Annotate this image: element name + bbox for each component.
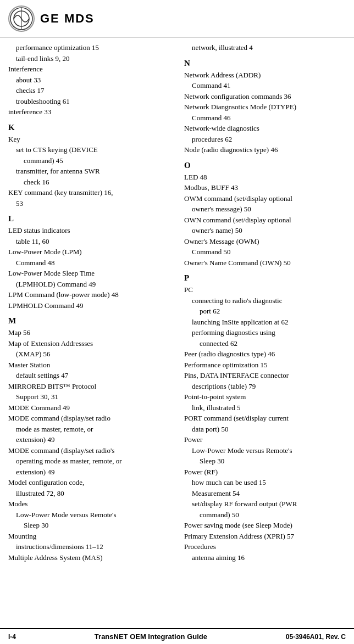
index-entry: Modbus, BUFF 43 xyxy=(184,182,346,193)
index-entry: Sleep 30 xyxy=(184,456,346,467)
index-entry: instructions/dimensions 11–12 xyxy=(8,541,168,552)
index-entry: Owner's Message (OWM) xyxy=(184,236,346,247)
index-entry: interference 33 xyxy=(8,107,168,117)
index-entry: illustrated 72, 80 xyxy=(8,488,168,499)
index-entry: link, illustrated 5 xyxy=(184,402,346,413)
index-entry: KEY command (key transmitter) 16, xyxy=(8,187,168,198)
index-entry: performing diagnostics using xyxy=(184,327,346,338)
index-entry: PORT command (set/display current xyxy=(184,413,346,424)
logo-text: GE MDS xyxy=(40,12,95,26)
index-entry: Measurement 54 xyxy=(184,488,346,499)
index-entry: owner's name) 50 xyxy=(184,225,346,236)
section-letter-p: P xyxy=(184,273,346,283)
index-entry: Power xyxy=(184,434,346,445)
main-content: performance optimization 15tail-end link… xyxy=(0,38,354,567)
index-entry: transmitter, for antenna SWR xyxy=(8,166,168,177)
section-letter-l: L xyxy=(8,214,168,223)
index-entry: Master Station xyxy=(8,360,168,371)
index-entry: Modes xyxy=(8,499,168,509)
index-entry: network, illustrated 4 xyxy=(184,42,346,53)
index-entry: Command 41 xyxy=(184,80,346,91)
index-entry: Power saving mode (see Sleep Mode) xyxy=(184,520,346,531)
section-letter-n: N xyxy=(184,59,346,68)
index-entry: check 16 xyxy=(8,177,168,188)
index-entry: Sleep 30 xyxy=(8,520,168,531)
index-entry: how much can be used 15 xyxy=(184,477,346,488)
index-entry: connecting to radio's diagnostic xyxy=(184,295,346,306)
index-entry: launching InSite application at 62 xyxy=(184,317,346,328)
footer-doc-number: 05-3946A01, Rev. C xyxy=(286,633,346,641)
index-entry: troubleshooting 61 xyxy=(8,96,168,107)
index-entry: Node (radio diagnostics type) 46 xyxy=(184,144,346,155)
index-entry: data port) 50 xyxy=(184,424,346,435)
index-entry: procedures 62 xyxy=(184,134,346,145)
index-entry: Key xyxy=(8,134,168,145)
index-entry: MODE command (display/set radio xyxy=(8,413,168,424)
index-entry: LED status indicators xyxy=(8,225,168,236)
index-entry: OWM command (set/display optional xyxy=(184,193,346,204)
index-entry: port 62 xyxy=(184,306,346,317)
index-entry: Command 46 xyxy=(184,113,346,124)
index-entry: Peer (radio diagnostics type) 46 xyxy=(184,349,346,360)
index-entry: extension) 49 xyxy=(8,467,168,478)
index-entry: (LPMHOLD) Command 49 xyxy=(8,279,168,290)
index-entry: Power (RF) xyxy=(184,467,346,478)
index-entry: Map of Extension Addressses xyxy=(8,338,168,349)
index-entry: Performance optimization 15 xyxy=(184,360,346,371)
footer-page-number: I-4 xyxy=(8,633,16,641)
index-entry: set to CTS keying (DEVICE xyxy=(8,144,168,155)
index-entry: operating mode as master, remote, or xyxy=(8,456,168,467)
index-entry: Low-Power Mode Sleep Time xyxy=(8,268,168,279)
index-entry: checks 17 xyxy=(8,85,168,96)
index-entry: PC xyxy=(184,284,346,295)
section-letter-o: O xyxy=(184,161,346,170)
index-entry: Network configuration commands 36 xyxy=(184,91,346,102)
index-entry: Pins, DATA INTERFACE connector xyxy=(184,370,346,381)
index-entry: OWN command (set/display optional xyxy=(184,215,346,226)
index-entry: Command 48 xyxy=(8,257,168,268)
index-entry: MODE command (display/set radio's xyxy=(8,445,168,456)
logo-circle xyxy=(8,5,35,32)
index-entry: Network Diangnsotics Mode (DTYPE) xyxy=(184,102,346,113)
index-entry: tail-end links 9, 20 xyxy=(8,53,168,64)
index-entry: connected 62 xyxy=(184,338,346,349)
footer-title: TransNET OEM Integration Guide xyxy=(95,632,207,641)
index-entry: Low-Power Mode versus Remote's xyxy=(184,445,346,456)
index-entry: Owner's Name Command (OWN) 50 xyxy=(184,257,346,268)
left-column: performance optimization 15tail-end link… xyxy=(0,42,176,563)
index-entry: Network-wide diagnostics xyxy=(184,123,346,134)
index-entry: Map 56 xyxy=(8,327,168,338)
index-entry: Procedures xyxy=(184,541,346,552)
index-entry: Network Address (ADDR) xyxy=(184,70,346,81)
index-entry: Point-to-point system xyxy=(184,391,346,402)
section-letter-m: M xyxy=(8,316,168,326)
index-entry: performance optimization 15 xyxy=(8,42,168,53)
index-entry: table 11, 60 xyxy=(8,236,168,247)
index-entry: Interference xyxy=(8,64,168,75)
index-entry: mode as master, remote, or xyxy=(8,424,168,435)
index-entry: MIRRORED BITS™ Protocol xyxy=(8,381,168,392)
index-entry: default settings 47 xyxy=(8,370,168,381)
index-entry: Mounting xyxy=(8,531,168,542)
index-entry: extension) 49 xyxy=(8,434,168,445)
page-footer: I-4 TransNET OEM Integration Guide 05-39… xyxy=(0,628,354,644)
index-entry: set/display RF forward output (PWR xyxy=(184,499,346,509)
index-entry: command) 45 xyxy=(8,155,168,166)
index-entry: 53 xyxy=(8,198,168,209)
index-entry: command) 50 xyxy=(184,509,346,520)
index-entry: Multiple Address System (MAS) xyxy=(8,552,168,563)
index-entry: Low-Power Mode (LPM) xyxy=(8,247,168,257)
index-entry: owner's message) 50 xyxy=(184,204,346,215)
index-entry: (XMAP) 56 xyxy=(8,349,168,360)
index-entry: Command 50 xyxy=(184,247,346,257)
page-header: GE MDS xyxy=(0,0,354,38)
right-column: network, illustrated 4NNetwork Address (… xyxy=(176,42,354,563)
section-letter-k: K xyxy=(8,123,168,132)
index-entry: LPMHOLD Command 49 xyxy=(8,300,168,311)
index-entry: LPM Command (low-power mode) 48 xyxy=(8,289,168,300)
index-entry: Low-Power Mode versus Remote's xyxy=(8,509,168,520)
index-entry: MODE Command 49 xyxy=(8,402,168,413)
index-entry: Model configuration code, xyxy=(8,477,168,488)
index-entry: LED 48 xyxy=(184,172,346,183)
index-entry: descriptions (table) 79 xyxy=(184,381,346,392)
